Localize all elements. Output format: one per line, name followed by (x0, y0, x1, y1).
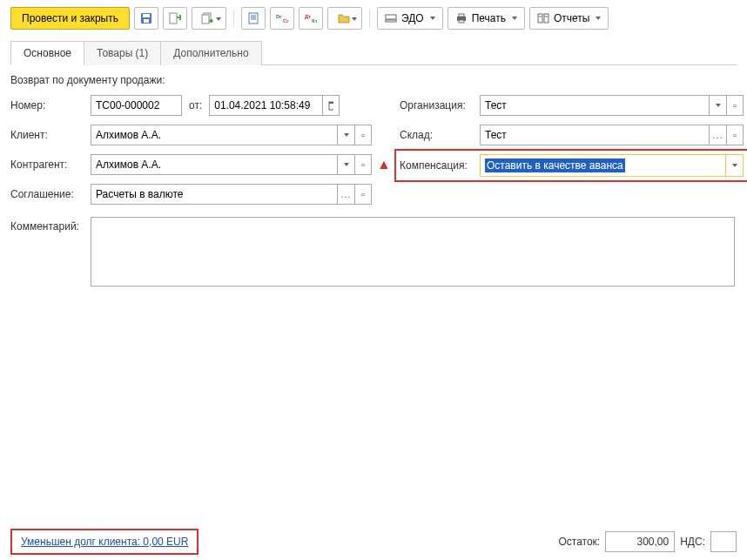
warehouse-input[interactable] (480, 125, 709, 145)
document-arrow-icon (169, 12, 181, 24)
reports-icon (537, 13, 549, 24)
svg-rect-5 (202, 15, 209, 24)
post-and-close-button[interactable]: Провести и закрыть (10, 7, 130, 30)
warehouse-open[interactable]: ▫ (726, 125, 744, 145)
document-button[interactable] (241, 7, 266, 30)
footer: Уменьшен долг клиента: 0,00 EUR Остаток:… (10, 529, 737, 555)
tab-strip: Основное Товары (1) Дополнительно (10, 40, 737, 65)
save-icon (140, 12, 152, 24)
row-compensation: Компенсация: Оставить в качестве аванса (400, 154, 744, 177)
tab-main[interactable]: Основное (10, 41, 84, 65)
svg-rect-2 (144, 19, 149, 23)
client-open[interactable]: ▫ (354, 125, 372, 145)
attachments-button[interactable] (327, 7, 362, 30)
svg-text:Дт: Дт (305, 14, 311, 19)
svg-text:Кт: Кт (312, 18, 317, 24)
row-warehouse: Склад: ... ▫ (400, 125, 744, 145)
drcr-icon: DrCr (276, 13, 288, 24)
svg-text:Cr: Cr (283, 18, 288, 24)
warehouse-more[interactable]: ... (709, 125, 726, 145)
svg-rect-18 (459, 20, 464, 23)
row-org: Организация: ▫ (400, 95, 744, 116)
row-counterparty: Контрагент: ▫ (10, 154, 372, 175)
svg-rect-24 (329, 102, 333, 104)
warning-icon-wrap: ▲ (377, 154, 394, 175)
right-column: Организация: ▫ Склад: ... ▫ Компенсация:… (400, 95, 744, 213)
post-button[interactable] (163, 7, 187, 30)
org-open[interactable]: ▫ (726, 95, 744, 116)
agreement-open[interactable]: ▫ (354, 184, 372, 205)
edo-icon (385, 13, 397, 24)
warning-column: ▲ (377, 95, 394, 213)
label-number: Номер: (10, 99, 91, 111)
footer-right: Остаток: 300,00 НДС: (558, 531, 737, 552)
tab-goods[interactable]: Товары (1) (84, 41, 161, 65)
svg-rect-6 (249, 13, 258, 24)
svg-rect-15 (386, 20, 396, 22)
svg-rect-17 (459, 14, 464, 17)
label-agreement: Соглашение: (10, 188, 91, 200)
comment-textarea[interactable] (91, 217, 735, 287)
print-icon (455, 13, 468, 24)
row-comment: Комментарий: (10, 217, 735, 287)
print-label: Печать (472, 12, 506, 24)
counterparty-dropdown[interactable] (337, 154, 354, 175)
org-dropdown[interactable] (709, 95, 726, 116)
calendar-button[interactable] (322, 95, 340, 116)
svg-rect-14 (386, 15, 396, 19)
org-input[interactable] (480, 95, 709, 116)
label-counterparty: Контрагент: (10, 159, 91, 171)
date-input[interactable] (209, 95, 322, 116)
agreement-more[interactable]: ... (337, 184, 354, 205)
row-number: Номер: от: (10, 95, 372, 116)
edo-button[interactable]: ЭДО (377, 7, 443, 30)
label-comment: Комментарий: (10, 217, 91, 287)
svg-rect-19 (538, 14, 542, 23)
tab-extra[interactable]: Дополнительно (160, 41, 261, 65)
client-dropdown[interactable] (337, 125, 354, 145)
svg-rect-20 (544, 14, 548, 23)
row-agreement: Соглашение: ... ▫ (10, 184, 372, 205)
client-input[interactable] (91, 125, 337, 145)
form-title: Возврат по документу продажи: (10, 74, 737, 86)
counterparty-open[interactable]: ▫ (354, 154, 372, 175)
debt-link-box: Уменьшен долг клиента: 0,00 EUR (10, 529, 199, 555)
svg-rect-3 (170, 13, 177, 24)
drcr-button[interactable]: DrCr (270, 7, 294, 30)
toolbar-separator (233, 10, 234, 27)
compensation-input[interactable]: Оставить в качестве аванса (481, 155, 725, 176)
save-button[interactable] (134, 7, 158, 30)
warning-icon[interactable]: ▲ (377, 157, 391, 172)
vat-label: НДС: (680, 536, 705, 548)
document-list-icon (248, 12, 259, 24)
edo-label: ЭДО (401, 12, 424, 24)
compensation-highlight-box: Компенсация: Оставить в качестве аванса (394, 149, 747, 182)
vat-value (710, 531, 737, 552)
document-copy-icon (201, 12, 215, 24)
counterparty-input[interactable] (91, 154, 337, 175)
reports-button[interactable]: Отчеты (529, 7, 609, 30)
left-column: Номер: от: Клиент: ▫ Контрагент: (10, 95, 372, 213)
number-input[interactable] (91, 95, 182, 116)
label-from: от: (189, 99, 202, 111)
label-org: Организация: (400, 99, 480, 111)
svg-rect-1 (143, 14, 150, 17)
svg-text:Dr: Dr (276, 14, 282, 19)
calendar-icon (328, 100, 333, 111)
print-button[interactable]: Печать (448, 7, 525, 30)
form-grid: Номер: от: Клиент: ▫ Контрагент: (10, 95, 737, 213)
row-client: Клиент: ▫ (10, 125, 372, 145)
create-based-on-button[interactable] (192, 7, 226, 30)
agreement-input[interactable] (91, 184, 337, 205)
toolbar: Провести и закрыть DrCr ДтКт ЭДО Печать … (10, 7, 737, 30)
label-compensation: Компенсация: (400, 159, 480, 172)
compensation-dropdown[interactable] (725, 155, 743, 176)
folder-icon (338, 12, 350, 24)
debt-link[interactable]: Уменьшен долг клиента: 0,00 EUR (21, 536, 188, 548)
compensation-value: Оставить в качестве аванса (485, 159, 625, 172)
dtkt-button[interactable]: ДтКт (299, 7, 323, 30)
reports-label: Отчеты (554, 12, 589, 24)
balance-value: 300,00 (605, 531, 675, 552)
label-client: Клиент: (10, 129, 91, 141)
balance-label: Остаток: (558, 536, 600, 548)
